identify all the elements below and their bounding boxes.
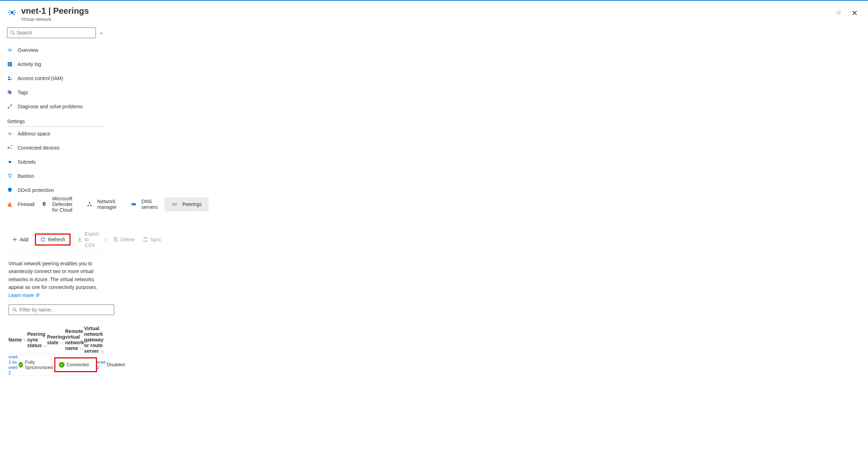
column-header-state[interactable]: Peering state↑↓	[47, 334, 65, 345]
close-blade-icon[interactable]: ×	[852, 7, 857, 19]
sidebar-item-activity-log[interactable]: Activity log	[0, 57, 111, 71]
svg-point-12	[9, 133, 11, 134]
sidebar-item-label: Connected devices	[18, 145, 60, 151]
sidebar-item-label: Address space	[18, 131, 50, 137]
plus-icon	[12, 237, 18, 242]
sync-button[interactable]: Sync	[141, 235, 163, 244]
svg-point-9	[8, 77, 10, 78]
svg-point-25	[172, 203, 175, 205]
sidebar-item-ddos[interactable]: DDoS protection	[0, 183, 111, 197]
table-row[interactable]: vnet-1-to-vnet-2 ✓ Fully Synchronized ✓ …	[7, 354, 104, 376]
search-input[interactable]	[15, 30, 93, 36]
column-header-remote[interactable]: Remote virtual network name↑↓	[65, 328, 84, 351]
svg-point-20	[89, 202, 90, 204]
sidebar-item-label: Peerings	[182, 201, 202, 207]
svg-point-1	[13, 13, 15, 15]
sidebar-item-firewall[interactable]: Firewall Microsoft Defender for Cloud Ne…	[0, 197, 111, 211]
bastion-icon	[7, 173, 13, 179]
svg-line-3	[13, 34, 15, 35]
subnets-icon	[7, 159, 13, 165]
sidebar-item-label: Access control (IAM)	[18, 75, 63, 81]
filter-box[interactable]	[8, 304, 114, 315]
peering-state-cell: ✓ Connected	[54, 357, 97, 372]
svg-rect-23	[132, 203, 136, 205]
external-link-icon	[35, 293, 39, 297]
filter-input[interactable]	[17, 307, 110, 313]
sidebar-item-defender[interactable]: Microsoft Defender for Cloud	[35, 197, 80, 211]
add-button-label: Add	[20, 237, 29, 242]
sidebar-item-tags[interactable]: Tags	[0, 85, 111, 99]
svg-rect-18	[8, 206, 10, 207]
sync-icon	[142, 237, 148, 242]
page-title: vnet-1 | Peerings	[21, 6, 832, 16]
table-header-row: Name↑↓ Peering sync status↑↓ Peering sta…	[7, 326, 104, 354]
info-block: Virtual network peering enables you to s…	[7, 254, 104, 304]
peering-name-link[interactable]: vnet-1-to-vnet-2	[8, 354, 19, 375]
toolbar: Add Refresh Export to CSV | Delete Sync	[7, 225, 104, 254]
svg-rect-19	[10, 206, 12, 207]
favorite-star-icon[interactable]: ☆	[836, 9, 842, 17]
delete-button-label: Delete	[121, 237, 135, 242]
connected-devices-icon	[7, 145, 13, 151]
sidebar-item-label: DDoS protection	[18, 187, 54, 193]
sidebar-item-network-manager[interactable]: Network manager	[80, 197, 124, 211]
sidebar-item-address-space[interactable]: Address space	[0, 127, 111, 141]
network-manager-icon	[87, 201, 92, 207]
svg-point-0	[11, 11, 13, 14]
nav-section-settings: Settings	[0, 114, 111, 126]
gateway-cell: Disabled	[107, 362, 125, 367]
sidebar-item-bastion[interactable]: Bastion	[0, 169, 111, 183]
svg-point-10	[11, 79, 12, 80]
sidebar-search-box[interactable]	[7, 28, 96, 38]
sidebar-item-access-control[interactable]: Access control (IAM)	[0, 71, 111, 85]
filter-search-icon	[12, 307, 17, 312]
refresh-button-label: Refresh	[48, 237, 65, 242]
sort-icon: ↑↓	[43, 344, 47, 348]
sidebar-item-label: DNS servers	[141, 199, 158, 210]
export-button-label: Export to CSV	[85, 231, 99, 248]
export-csv-button[interactable]: Export to CSV	[75, 230, 100, 249]
collapse-sidebar-icon[interactable]: «	[100, 30, 103, 36]
remote-vnet-link[interactable]: vnet-2	[97, 359, 107, 370]
check-icon: ✓	[19, 362, 23, 368]
sidebar-item-label: Overview	[18, 47, 38, 53]
svg-line-28	[16, 310, 17, 312]
sidebar: « Overview Activity log Access control (…	[0, 25, 111, 472]
sidebar-item-subnets[interactable]: Subnets	[0, 155, 111, 169]
dns-icon	[131, 201, 136, 207]
delete-button[interactable]: Delete	[111, 235, 136, 244]
sidebar-item-label: Tags	[18, 90, 28, 95]
tags-icon	[7, 90, 13, 95]
sort-icon: ↑↓	[60, 341, 64, 345]
trash-icon	[113, 237, 118, 242]
add-button[interactable]: Add	[11, 235, 30, 244]
column-header-gateway[interactable]: Virtual network gateway or route server↑…	[84, 326, 104, 354]
svg-point-27	[13, 308, 16, 311]
download-icon	[77, 237, 82, 242]
sidebar-item-connected-devices[interactable]: Connected devices	[0, 141, 111, 155]
sidebar-item-peerings[interactable]: Peerings	[165, 197, 209, 211]
sidebar-item-label: Network manager	[97, 199, 117, 210]
sync-status-cell: ✓ Fully Synchronized	[19, 359, 54, 370]
column-header-name[interactable]: Name↑↓	[8, 337, 27, 343]
sort-icon: ↑↓	[23, 338, 27, 342]
sync-button-label: Sync	[150, 237, 161, 242]
sidebar-item-overview[interactable]: Overview	[0, 43, 111, 57]
defender-icon	[42, 201, 47, 207]
sort-icon: ↑↓	[79, 346, 83, 351]
page-subtitle: Virtual network	[21, 17, 832, 22]
learn-more-link[interactable]: Learn more	[8, 291, 39, 299]
sidebar-item-label: Bastion	[18, 173, 34, 179]
svg-rect-6	[8, 63, 11, 63]
refresh-button[interactable]: Refresh	[35, 234, 71, 246]
column-header-sync[interactable]: Peering sync status↑↓	[27, 331, 47, 348]
main-content: Add Refresh Export to CSV | Delete Sync …	[0, 225, 111, 376]
svg-rect-7	[8, 64, 11, 65]
more-actions-icon[interactable]: ···	[848, 9, 852, 14]
sidebar-item-label: Microsoft Defender for Cloud	[52, 196, 73, 213]
sidebar-item-dns[interactable]: DNS servers	[124, 197, 165, 211]
search-icon	[10, 30, 15, 35]
peerings-table: Name↑↓ Peering sync status↑↓ Peering sta…	[7, 326, 104, 376]
page-header: vnet-1 | Peerings Virtual network ☆ ··· …	[0, 1, 868, 25]
sidebar-item-diagnose[interactable]: Diagnose and solve problems	[0, 99, 111, 114]
